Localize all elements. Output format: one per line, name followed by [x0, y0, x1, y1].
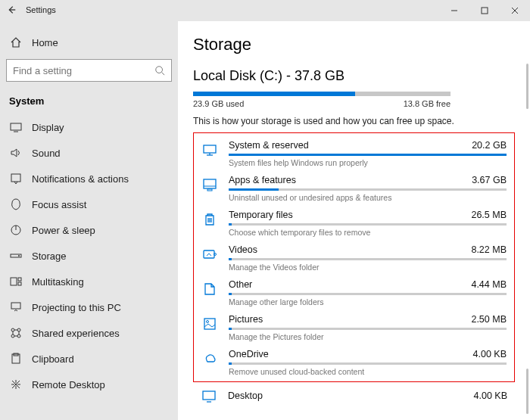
- category-apps-features[interactable]: Apps & features3.67 GBUninstall unused o…: [201, 173, 507, 204]
- svg-rect-16: [11, 303, 20, 309]
- category-description: Manage the Pictures folder: [229, 332, 507, 341]
- sidebar-item-focus-assist[interactable]: Focus assist: [6, 191, 172, 217]
- sidebar-item-label: Clipboard: [32, 353, 74, 365]
- category-bar: [229, 188, 507, 191]
- projecting-icon: [9, 301, 23, 313]
- scrollbar[interactable]: [526, 64, 528, 109]
- maximize-button[interactable]: [469, 0, 500, 21]
- category-bar: [229, 258, 507, 260]
- category-onedrive[interactable]: OneDrive4.00 KBRemove unused cloud-backe…: [201, 347, 507, 378]
- category-bar: [229, 154, 507, 156]
- clipboard-icon: [9, 353, 23, 365]
- video-icon: [201, 246, 218, 263]
- category-size: 20.2 GB: [472, 140, 507, 151]
- cloud-icon: [201, 350, 218, 367]
- category-name: Apps & features: [229, 175, 296, 185]
- category-description: Choose which temporary files to remove: [229, 228, 507, 237]
- minimize-button[interactable]: [439, 0, 469, 21]
- category-size: 4.00 KB: [474, 390, 507, 401]
- disk-title: Local Disk (C:) - 37.8 GB: [193, 68, 515, 84]
- svg-rect-13: [11, 278, 17, 285]
- sidebar-item-display[interactable]: Display: [6, 114, 172, 140]
- sidebar-item-sound[interactable]: Sound: [6, 140, 172, 166]
- apps-icon: [201, 176, 218, 193]
- sidebar-item-label: Display: [32, 122, 64, 133]
- svg-rect-29: [204, 250, 214, 258]
- category-name: Temporary files: [229, 210, 293, 220]
- scrollbar[interactable]: [526, 369, 528, 414]
- svg-rect-15: [18, 282, 21, 285]
- content-area: Storage Local Disk (C:) - 37.8 GB 23.9 G…: [178, 21, 530, 420]
- sidebar-item-label: Sound: [32, 148, 61, 159]
- category-pictures[interactable]: Pictures2.50 MBManage the Pictures folde…: [201, 312, 507, 344]
- app-title: Settings: [26, 5, 56, 14]
- sidebar-item-label: Multitasking: [32, 276, 84, 288]
- sidebar-item-multitasking[interactable]: Multitasking: [6, 269, 172, 294]
- home-label: Home: [32, 37, 58, 48]
- category-other[interactable]: Other4.44 MBManage other large folders: [201, 277, 507, 309]
- category-desktop[interactable]: Desktop 4.00 KB: [193, 382, 515, 405]
- remote-desktop-icon: [9, 378, 23, 390]
- category-name: Desktop: [228, 390, 263, 401]
- trash-icon: [201, 211, 218, 228]
- category-size: 8.22 MB: [471, 244, 507, 255]
- search-input[interactable]: [6, 59, 172, 82]
- sidebar-item-label: Projecting to this PC: [32, 302, 121, 313]
- svg-point-20: [17, 334, 20, 338]
- pictures-icon: [201, 316, 218, 332]
- category-system-reserved[interactable]: System & reserved20.2 GBSystem files hel…: [201, 138, 507, 170]
- category-description: Remove unused cloud-backed content: [229, 367, 507, 376]
- back-button[interactable]: [5, 3, 18, 17]
- sound-icon: [9, 147, 23, 159]
- category-size: 4.44 MB: [471, 279, 507, 290]
- sidebar-item-label: Power & sleep: [32, 225, 95, 236]
- category-size: 3.67 GB: [472, 175, 507, 185]
- disk-used-label: 23.9 GB used: [193, 99, 244, 108]
- category-size: 2.50 MB: [471, 314, 507, 325]
- sidebar-item-shared-experiences[interactable]: Shared experiences: [6, 320, 172, 346]
- category-name: System & reserved: [229, 140, 309, 151]
- sidebar-item-power-sleep[interactable]: Power & sleep: [6, 217, 172, 243]
- sidebar-item-label: Remote Desktop: [32, 379, 105, 390]
- svg-rect-1: [482, 8, 488, 14]
- sidebar-item-remote-desktop[interactable]: Remote Desktop: [6, 372, 172, 397]
- home-button[interactable]: Home: [6, 29, 172, 58]
- power-icon: [9, 224, 23, 236]
- close-button[interactable]: [500, 0, 530, 21]
- focus-assist-icon: [9, 198, 23, 210]
- category-size: 4.00 KB: [473, 349, 507, 359]
- disk-usage-bar: [193, 92, 450, 96]
- svg-point-32: [207, 321, 209, 323]
- sidebar: Home System Display Sound Notifications …: [0, 21, 178, 420]
- svg-rect-23: [204, 145, 216, 153]
- storage-icon: [9, 250, 23, 262]
- category-description: Manage other large folders: [229, 297, 507, 306]
- svg-rect-14: [18, 278, 21, 281]
- svg-rect-33: [203, 391, 215, 400]
- notifications-icon: [9, 173, 23, 185]
- svg-line-5: [162, 73, 165, 76]
- category-bar: [229, 328, 507, 330]
- sidebar-item-notifications[interactable]: Notifications & actions: [6, 166, 172, 191]
- category-videos[interactable]: Videos8.22 MBManage the Videos folder: [201, 242, 507, 274]
- category-name: Other: [229, 279, 252, 290]
- svg-point-19: [11, 334, 14, 338]
- category-name: OneDrive: [229, 349, 269, 359]
- page-title: Storage: [193, 35, 515, 54]
- file-icon: [201, 281, 218, 297]
- category-temporary-files[interactable]: Temporary files26.5 MBChoose which tempo…: [201, 207, 507, 239]
- close-icon: [511, 7, 519, 14]
- svg-point-17: [11, 328, 14, 331]
- sidebar-item-projecting[interactable]: Projecting to this PC: [6, 294, 172, 320]
- sidebar-item-label: Storage: [32, 250, 67, 262]
- minimize-icon: [450, 7, 458, 14]
- disk-free-label: 13.8 GB free: [404, 99, 450, 108]
- arrow-left-icon: [6, 5, 17, 15]
- search-field[interactable]: [13, 65, 154, 76]
- sidebar-item-storage[interactable]: Storage: [6, 243, 172, 269]
- storage-description: This is how your storage is used and how…: [193, 116, 515, 126]
- category-name: Pictures: [229, 314, 263, 325]
- sidebar-item-clipboard[interactable]: Clipboard: [6, 346, 172, 372]
- sidebar-item-label: Shared experiences: [32, 328, 120, 339]
- multitasking-icon: [9, 275, 23, 288]
